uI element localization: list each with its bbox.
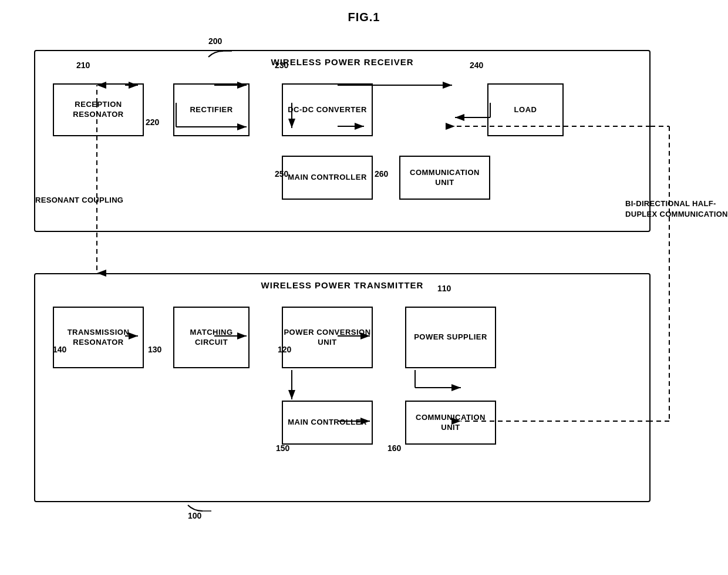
receiver-label: WIRELESS POWER RECEIVER [35, 57, 649, 67]
ref-230: 230 [275, 60, 288, 70]
ref-140: 140 [53, 345, 66, 354]
reception-resonator: RECEPTION RESONATOR [53, 83, 144, 136]
figure-title: FIG.1 [0, 0, 728, 24]
ref-240: 240 [470, 60, 483, 70]
ref-250: 250 [275, 169, 288, 179]
ref-260: 260 [375, 169, 388, 179]
dc-dc-converter: DC-DC CONVERTER [282, 83, 373, 136]
transmitter-main-controller: MAIN CONTROLLER [282, 401, 373, 445]
ref-110: 110 [437, 284, 451, 293]
power-conversion-unit: POWER CONVERSION UNIT [282, 307, 373, 368]
power-supplier: POWER SUPPLIER [405, 307, 496, 368]
transmitter-label: WIRELESS POWER TRANSMITTER [35, 280, 649, 290]
ref-200: 200 [208, 36, 222, 46]
matching-circuit: MATCHING CIRCUIT [173, 307, 250, 368]
load: LOAD [487, 83, 564, 136]
ref-160: 160 [387, 443, 401, 453]
ref-220: 220 [146, 117, 159, 127]
ref-150: 150 [276, 443, 289, 453]
resonant-coupling-label: RESONANT COUPLING [35, 195, 123, 206]
bi-directional-label: BI-DIRECTIONAL HALF-DUPLEX COMMUNICATION [625, 199, 728, 220]
receiver-box: WIRELESS POWER RECEIVER RECEPTION RESONA… [34, 50, 651, 232]
transmission-resonator: TRANSMISSION RESONATOR [53, 307, 144, 368]
receiver-main-controller: MAIN CONTROLLER [282, 156, 373, 200]
ref-130: 130 [148, 345, 161, 354]
transmitter-communication-unit: COMMUNICATION UNIT [405, 401, 496, 445]
receiver-communication-unit: COMMUNICATION UNIT [399, 156, 490, 200]
rectifier: RECTIFIER [173, 83, 250, 136]
ref-100: 100 [188, 511, 201, 520]
transmitter-box: WIRELESS POWER TRANSMITTER TRANSMISSION … [34, 273, 651, 502]
ref-120: 120 [278, 345, 291, 354]
ref-210: 210 [76, 60, 90, 70]
